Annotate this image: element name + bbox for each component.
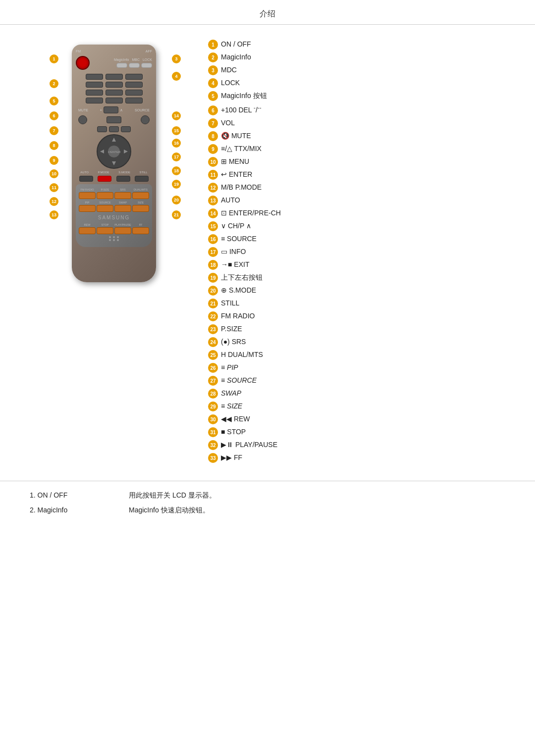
legend-item-12: 12 M/B P.MODE [208,183,505,193]
remote-body: FM AFF MagicInfoMBCLOCK [72,45,156,282]
num-btn-7 [86,90,103,96]
dual-mts-btn [132,192,149,199]
play-pause-btn [114,227,131,234]
badge-7: 7 [50,126,58,135]
badge-10: 10 [50,169,58,178]
legend-item-6: 6 +100 DEL -/-- [208,104,505,115]
nav-circle: ↩ENTER [97,134,131,169]
legend-item-1: 1 ON / OFF [208,40,505,50]
legend-item-24: 24 (●) SRS [208,337,505,347]
source-btn [141,115,150,124]
badge-19: 19 [172,180,181,189]
num-btn-0 [106,98,123,103]
legend-item-31: 31 ■ STOP [208,427,505,437]
num-btn-5 [106,82,123,88]
page-title: 介绍 [0,0,535,25]
legend-item-9: 9 ≡/△ TTX/MIX [208,144,505,154]
legend-item-27: 27 ≡ SOURCE [208,376,505,386]
badge-9: 9 [50,156,58,165]
badge-14: 14 [172,111,181,120]
legend-item-3: 3 MDC [208,65,505,75]
legend-section: 1 ON / OFF 2 MagicInfo 3 MDC 4 LOCK 5 Ma… [198,40,505,466]
psize-btn [97,192,113,199]
badge-12: 12 [50,197,58,206]
magicinfo-btn [116,63,127,68]
pip-btn [79,205,96,212]
badge-15: 15 [172,126,181,135]
legend-item-14: 14 ⊡ ENTER/PRE-CH [208,208,505,218]
legend-item-5: 5 MagicInfo 按钮 [208,91,505,101]
badge-16: 16 [172,139,181,148]
legend-item-29: 29 ≡ SIZE [208,402,505,411]
legend-item-20: 20 ⊕ S.MODE [208,286,505,296]
legend-item-19: 19 上下左右按钮 [208,273,505,283]
badge-6: 6 [50,111,58,120]
stop-btn [97,227,113,234]
remote-control-section: 1 2 5 6 7 8 9 10 11 12 13 3 4 14 15 16 1… [30,40,198,466]
num-btn-3 [125,74,143,80]
remote-bottom: FM RADIO P.SIZE SRS DUAL/MTS PIP [76,184,152,247]
badge-20: 20 [172,196,181,204]
num-btn-9 [125,90,143,96]
badge-13: 13 [50,210,58,219]
size-btn [132,205,149,212]
badge-4: 4 [172,72,181,81]
legend-item-22: 22 FM RADIO [208,311,505,321]
legend-item-32: 32 ▶⏸ PLAY/PAUSE [208,440,505,450]
badge-11: 11 [50,183,58,192]
desc-row-1: 1. ON / OFF 用此按钮开关 LCD 显示器。 [30,491,505,500]
legend-item-13: 13 AUTO [208,196,505,205]
remote-wrapper: 1 2 5 6 7 8 9 10 11 12 13 3 4 14 15 16 1… [45,40,183,282]
samsung-label: SAMSUNG [79,215,149,220]
legend-item-25: 25 H DUAL/MTS [208,350,505,360]
legend-item-28: 28 SWAP [208,389,505,399]
num-btn-del [125,98,143,103]
fm-radio-btn [79,192,96,199]
num-btn-6 [125,82,143,88]
enter-btn: ↩ENTER [107,145,120,158]
badge-3: 3 [172,54,181,63]
legend-item-11: 11 ↩ ENTER [208,170,505,180]
desc-row-2: 2. MagicInfo MagicInfo 快速启动按钮。 [30,506,505,515]
swap-btn [114,205,131,212]
legend-item-8: 8 🔇 MUTE [208,131,505,141]
legend-item-17: 17 ▭ INFO [208,247,505,257]
legend-item-23: 23 P.SIZE [208,324,505,334]
legend-item-7: 7 VOL [208,118,505,128]
lock-btn [141,63,152,68]
badge-5: 5 [50,97,58,105]
legend-item-18: 18 →■ EXIT [208,260,505,270]
num-btn-1 [86,74,103,80]
legend-item-30: 30 ◀◀ REW [208,414,505,424]
badge-18: 18 [172,166,181,175]
legend-item-4: 4 LOCK [208,78,505,88]
badge-8: 8 [50,141,58,150]
badge-17: 17 [172,152,181,161]
badge-21: 21 [172,210,181,219]
legend-item-26: 26 ≡ PIP [208,363,505,373]
descriptions-section: 1. ON / OFF 用此按钮开关 LCD 显示器。 2. MagicInfo… [0,481,535,531]
legend-item-2: 2 MagicInfo [208,52,505,62]
rew-btn [79,227,96,234]
mute-btn [78,115,87,124]
badge-2: 2 [50,79,58,88]
ff-btn [132,227,149,234]
num-btn-plus100 [86,98,103,103]
legend-item-21: 21 STILL [208,299,505,308]
legend-item-16: 16 ≡ SOURCE [208,234,505,244]
power-button [76,56,90,70]
legend-item-15: 15 ∨ CH/P ∧ [208,221,505,231]
mbc-btn [129,63,140,68]
legend-item-10: 10 ⊞ MENU [208,157,505,167]
num-btn-4 [86,82,103,88]
badge-1: 1 [50,54,58,63]
legend-item-33: 33 ▶▶ FF [208,453,505,463]
num-btn-8 [106,90,123,96]
pip-source-btn [97,205,113,212]
num-btn-2 [106,74,123,80]
srs-btn [114,192,131,199]
